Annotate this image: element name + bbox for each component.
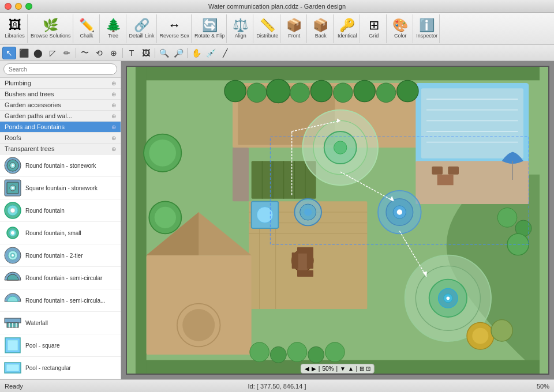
item-label-semi-circular1: Round fountain - semi-circular xyxy=(25,275,102,281)
item-icon-round-stonework xyxy=(3,156,22,175)
svg-point-63 xyxy=(182,309,215,341)
item-round-2tier[interactable]: Round fountain - 2-tier xyxy=(0,244,121,267)
detaill-label: Detaill Link xyxy=(129,33,155,39)
item-semi-circular1[interactable]: Round fountain - semi-circular xyxy=(0,267,121,289)
toolbar-browse[interactable]: 🌿 Browse Solutions xyxy=(29,14,73,43)
item-label-semi-circular2: Round fountain - semi-circula... xyxy=(25,297,105,304)
separator-3 xyxy=(155,48,155,58)
tool-select[interactable]: ↖ xyxy=(2,47,16,59)
svg-point-101 xyxy=(155,207,176,228)
tool-hand[interactable]: ✋ xyxy=(189,47,203,59)
item-icon-round-small xyxy=(3,224,22,242)
page-forward-button[interactable]: ▶ xyxy=(312,365,316,372)
tree-icon: 🌲 xyxy=(106,19,121,32)
category-bushes[interactable]: Bushes and trees ⊕ xyxy=(0,89,121,100)
svg-rect-32 xyxy=(136,67,147,374)
item-round-small[interactable]: Round fountain, small xyxy=(0,222,121,244)
zoom-separator3: | xyxy=(356,365,358,372)
svg-point-107 xyxy=(287,342,307,362)
toolbar-detaill[interactable]: 🔗 Detaill Link xyxy=(128,14,157,43)
toolbar-grid[interactable]: ⊞ Grid xyxy=(361,14,387,43)
zoom-stepper-up[interactable]: ▲ xyxy=(348,365,354,372)
category-accessories-icon: ⊕ xyxy=(111,102,116,108)
tool-circle[interactable]: ⬤ xyxy=(31,47,45,59)
tool-rotate2[interactable]: ⟲ xyxy=(92,47,106,59)
search-input[interactable] xyxy=(3,63,117,75)
category-paths[interactable]: Garden paths and wal... ⊕ xyxy=(0,111,121,122)
tool-rectangle[interactable]: ⬛ xyxy=(17,47,31,59)
main-content: Plumbing ⊕ Bushes and trees ⊕ Garden acc… xyxy=(0,61,554,379)
libraries-icon: 🖼 xyxy=(9,19,21,32)
toolbar-chalk[interactable]: ✏️ Chalk xyxy=(74,14,100,43)
tool-triangle[interactable]: ◸ xyxy=(46,47,59,59)
zoom-separator2: | xyxy=(336,365,338,372)
item-label-round-small: Round fountain, small xyxy=(25,230,81,236)
garden-svg xyxy=(127,67,548,374)
svg-rect-56 xyxy=(307,252,313,269)
canvas-area[interactable]: ◀ ▶ | 50% | ▼ ▲ | ⊞ ⊡ xyxy=(121,61,554,379)
item-square-stonework[interactable]: Square fountain - stonework xyxy=(0,177,121,199)
tool-image[interactable]: 🖼 xyxy=(139,47,153,59)
toolbar-align[interactable]: ⚖️ Align xyxy=(228,14,253,43)
svg-rect-26 xyxy=(6,364,19,371)
svg-point-7 xyxy=(12,187,14,189)
svg-point-17 xyxy=(12,254,14,257)
tool-eyedrop[interactable]: 💉 xyxy=(204,47,218,59)
toolbar-distribute[interactable]: 📏 Distribute xyxy=(254,14,280,43)
zoom-value: 50% xyxy=(322,365,334,372)
item-semi-circular2[interactable]: Round fountain - semi-circula... xyxy=(0,289,121,312)
tool-text[interactable]: T xyxy=(125,47,138,59)
sidebar: Plumbing ⊕ Bushes and trees ⊕ Garden acc… xyxy=(0,61,121,379)
zoom-separator: | xyxy=(319,365,320,372)
item-label-round-fountain: Round fountain xyxy=(25,208,65,214)
item-round-fountain[interactable]: Round fountain xyxy=(0,199,121,222)
item-label-round-stonework: Round fountain - stonework xyxy=(25,163,96,169)
maximize-button[interactable] xyxy=(25,3,32,10)
separator-1 xyxy=(76,48,76,58)
tool-zoom-in[interactable]: 🔍 xyxy=(157,47,171,59)
category-roofs[interactable]: Roofs ⊕ xyxy=(0,133,121,144)
svg-rect-55 xyxy=(292,252,298,269)
reverse-icon: ↔️ xyxy=(168,19,181,32)
svg-rect-43 xyxy=(432,167,443,175)
page-back-button[interactable]: ◀ xyxy=(305,365,309,372)
garden-canvas[interactable] xyxy=(126,66,549,375)
svg-rect-44 xyxy=(448,167,459,175)
item-round-stonework[interactable]: Round fountain - stonework xyxy=(0,154,121,177)
toolbar-libraries[interactable]: 🖼 Libraries xyxy=(2,14,28,43)
category-plumbing[interactable]: Plumbing ⊕ xyxy=(0,78,121,89)
category-plumbing-icon: ⊕ xyxy=(111,80,116,86)
separator-2 xyxy=(122,48,123,58)
svg-point-90 xyxy=(247,83,267,103)
item-waterfall[interactable]: Waterfall xyxy=(0,312,121,334)
item-pool-rectangular[interactable]: Pool - rectangular xyxy=(0,357,121,379)
category-accessories[interactable]: Garden accessories ⊕ xyxy=(0,100,121,111)
svg-rect-24 xyxy=(8,340,18,350)
close-button[interactable] xyxy=(5,3,12,10)
toolbar-rotate[interactable]: 🔄 Rotate & Flip xyxy=(193,14,227,43)
toolbar-inspector[interactable]: ℹ️ Inspector xyxy=(414,14,440,43)
browse-label: Browse Solutions xyxy=(31,33,71,39)
toolbar-back[interactable]: 📦 Back xyxy=(308,14,334,43)
tool-connect[interactable]: ⊕ xyxy=(107,47,121,59)
category-transparent[interactable]: Transparent trees ⊕ xyxy=(0,144,121,154)
chalk-label: Chalk xyxy=(80,33,93,39)
search-bar[interactable] xyxy=(0,61,121,78)
window-controls[interactable] xyxy=(5,3,32,10)
tool-curve[interactable]: 〜 xyxy=(78,47,92,59)
toolbar-front[interactable]: 📦 Front xyxy=(282,14,307,43)
zoom-stepper-down[interactable]: ▼ xyxy=(340,365,346,372)
tool-line[interactable]: ╱ xyxy=(218,47,232,59)
toolbar-identical[interactable]: 🔑 Identical xyxy=(335,14,360,43)
item-list: Round fountain - stonework Square founta… xyxy=(0,154,121,379)
toolbar-reverse[interactable]: ↔️ Reverse Sex xyxy=(158,14,192,43)
toolbar-tree[interactable]: 🌲 Tree xyxy=(101,14,126,43)
tool-pen[interactable]: ✏ xyxy=(60,47,74,59)
toolbar-color[interactable]: 🎨 Color xyxy=(388,14,413,43)
category-ponds[interactable]: Ponds and Fountains ⊕ xyxy=(0,122,121,133)
tool-zoom-out[interactable]: 🔎 xyxy=(171,47,185,59)
svg-point-109 xyxy=(325,342,345,362)
item-pool-square[interactable]: Pool - square xyxy=(0,334,121,357)
minimize-button[interactable] xyxy=(15,3,22,10)
align-icon: ⚖️ xyxy=(233,19,248,32)
